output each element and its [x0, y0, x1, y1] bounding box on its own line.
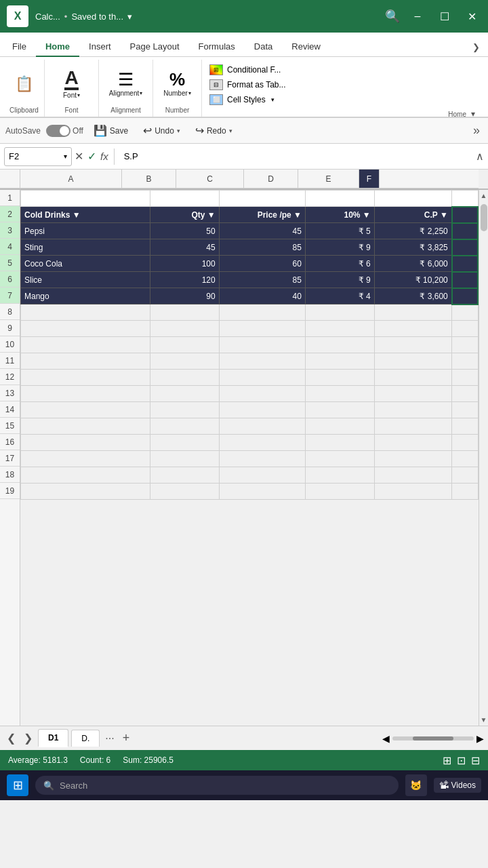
- cell-e9[interactable]: [374, 321, 452, 337]
- col-header-e[interactable]: E: [298, 170, 359, 189]
- cell-d2[interactable]: 10% ▼: [305, 207, 374, 223]
- cell-d12[interactable]: [305, 370, 374, 386]
- cell-c9[interactable]: [219, 321, 305, 337]
- row-num-17[interactable]: 17: [0, 450, 20, 467]
- cell-b1[interactable]: [150, 191, 219, 207]
- cell-a13[interactable]: [21, 386, 150, 402]
- cell-f8[interactable]: [452, 304, 478, 321]
- sheet-tab-d[interactable]: D.: [71, 730, 100, 747]
- sheet-prev-button[interactable]: ❮: [4, 732, 18, 745]
- row-num-3[interactable]: 3: [0, 222, 20, 239]
- add-sheet-button[interactable]: +: [120, 731, 133, 745]
- row-num-6[interactable]: 6: [0, 271, 20, 288]
- cell-a2[interactable]: Cold Drinks ▼: [21, 207, 150, 223]
- cell-c3[interactable]: 45: [219, 223, 305, 239]
- cell-d9[interactable]: [305, 321, 374, 337]
- cell-a18[interactable]: [21, 467, 150, 484]
- cell-c14[interactable]: [219, 402, 305, 418]
- cell-e12[interactable]: [374, 370, 452, 386]
- cell-b8[interactable]: [150, 304, 219, 321]
- taskbar-search[interactable]: 🔍 Search: [35, 776, 399, 795]
- cell-f15[interactable]: [452, 418, 478, 435]
- cell-f11[interactable]: [452, 353, 478, 370]
- tab-home[interactable]: Home: [36, 37, 79, 57]
- more-tabs-button[interactable]: ❯: [467, 38, 485, 56]
- row-num-9[interactable]: 9: [0, 320, 20, 336]
- cell-d5[interactable]: ₹ 6: [305, 256, 374, 272]
- formula-confirm-icon[interactable]: ✓: [87, 150, 96, 163]
- taskbar-pet-app[interactable]: 🐱: [405, 774, 427, 796]
- row-num-7[interactable]: 7: [0, 288, 20, 304]
- toggle-track[interactable]: [46, 125, 70, 137]
- clipboard-button[interactable]: 📋: [12, 75, 37, 94]
- cell-c7[interactable]: 40: [219, 288, 305, 304]
- cell-b5[interactable]: 100: [150, 256, 219, 272]
- cell-c13[interactable]: [219, 386, 305, 402]
- row-num-16[interactable]: 16: [0, 434, 20, 450]
- row-num-19[interactable]: 19: [0, 483, 20, 499]
- cell-f19[interactable]: [452, 484, 478, 500]
- col-header-b[interactable]: B: [122, 170, 176, 189]
- cell-c12[interactable]: [219, 370, 305, 386]
- cell-d14[interactable]: [305, 402, 374, 418]
- cell-d18[interactable]: [305, 467, 374, 484]
- cell-f14[interactable]: [452, 402, 478, 418]
- cell-e1[interactable]: [374, 191, 452, 207]
- cell-e2[interactable]: C.P ▼: [374, 207, 452, 223]
- cell-e13[interactable]: [374, 386, 452, 402]
- cell-a19[interactable]: [21, 484, 150, 500]
- cell-f7[interactable]: [452, 288, 478, 304]
- sheet-scroll-left-button[interactable]: ◀: [382, 733, 390, 744]
- cell-a5[interactable]: Coco Cola: [21, 256, 150, 272]
- row-num-4[interactable]: 4: [0, 239, 20, 255]
- cell-b4[interactable]: 45: [150, 239, 219, 256]
- cell-b19[interactable]: [150, 484, 219, 500]
- cell-d8[interactable]: [305, 304, 374, 321]
- cell-b10[interactable]: [150, 337, 219, 353]
- cell-e10[interactable]: [374, 337, 452, 353]
- number-button[interactable]: % Number ▾: [160, 68, 195, 99]
- close-button[interactable]: ✕: [462, 7, 481, 26]
- cell-f6[interactable]: [452, 272, 478, 288]
- cell-f12[interactable]: [452, 370, 478, 386]
- cell-c6[interactable]: 85: [219, 272, 305, 288]
- undo-button[interactable]: ↩ Undo ▾: [138, 122, 185, 139]
- more-quick-access-button[interactable]: »: [470, 123, 483, 138]
- formula-cancel-icon[interactable]: ✕: [75, 150, 83, 163]
- cell-a11[interactable]: [21, 353, 150, 370]
- page-break-icon[interactable]: ⊟: [471, 754, 480, 767]
- autosave-toggle[interactable]: Off: [46, 125, 83, 137]
- cell-b2[interactable]: Qty ▼: [150, 207, 219, 223]
- cell-b12[interactable]: [150, 370, 219, 386]
- cell-a4[interactable]: Sting: [21, 239, 150, 256]
- cell-a6[interactable]: Slice: [21, 272, 150, 288]
- alignment-button[interactable]: ☰ Alignment ▾: [106, 68, 146, 99]
- cell-e4[interactable]: ₹ 3,825: [374, 239, 452, 256]
- cell-e7[interactable]: ₹ 3,600: [374, 288, 452, 304]
- tab-insert[interactable]: Insert: [79, 37, 121, 57]
- cell-a7[interactable]: Mango: [21, 288, 150, 304]
- scroll-down-button[interactable]: ▼: [481, 714, 487, 726]
- col-header-c[interactable]: C: [176, 170, 244, 189]
- cell-a17[interactable]: [21, 451, 150, 467]
- cell-b16[interactable]: [150, 435, 219, 451]
- cell-c16[interactable]: [219, 435, 305, 451]
- cell-c1[interactable]: [219, 191, 305, 207]
- cell-b9[interactable]: [150, 321, 219, 337]
- cell-b7[interactable]: 90: [150, 288, 219, 304]
- cell-f3[interactable]: [452, 223, 478, 239]
- cell-c8[interactable]: [219, 304, 305, 321]
- cell-b15[interactable]: [150, 418, 219, 435]
- tab-formulas[interactable]: Formulas: [189, 37, 245, 57]
- cell-e19[interactable]: [374, 484, 452, 500]
- cell-a1[interactable]: [21, 191, 150, 207]
- cell-b14[interactable]: [150, 402, 219, 418]
- save-button[interactable]: 💾 Save: [89, 122, 133, 139]
- row-num-12[interactable]: 12: [0, 369, 20, 385]
- cell-f5[interactable]: [452, 256, 478, 272]
- formula-expand-icon[interactable]: ∧: [476, 150, 484, 163]
- cell-d17[interactable]: [305, 451, 374, 467]
- sheet-scroll-thumb[interactable]: [413, 736, 453, 741]
- cell-b3[interactable]: 50: [150, 223, 219, 239]
- cell-styles-button[interactable]: ⬜ Cell Styles ▾: [206, 92, 480, 107]
